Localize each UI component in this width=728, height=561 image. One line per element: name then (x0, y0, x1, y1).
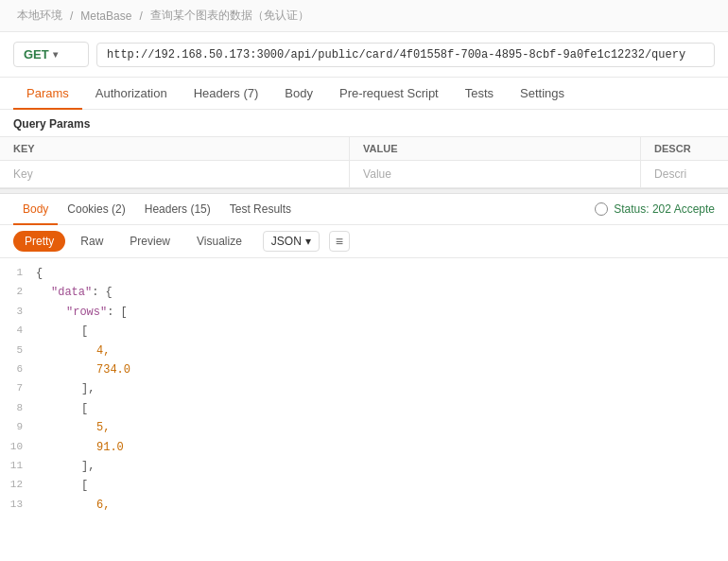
json-line-13: 13 6, (0, 496, 728, 515)
json-line-1: 1 { (0, 264, 728, 283)
col-header-key: KEY (0, 137, 350, 161)
json-line-8: 8 [ (0, 399, 728, 418)
json-format-label: JSON (271, 235, 302, 248)
format-pretty-button[interactable]: Pretty (13, 231, 65, 252)
table-row: Key Value Descri (0, 161, 728, 188)
json-line-5: 5 4, (0, 342, 728, 360)
json-line-4: 4 [ (0, 322, 728, 341)
wrap-icon-button[interactable]: ≡ (329, 231, 350, 252)
json-line-12: 12 [ (0, 476, 728, 495)
request-tabs: Params Authorization Headers (7) Body Pr… (0, 78, 728, 110)
tab-tests[interactable]: Tests (452, 78, 507, 110)
col-header-value: VALUE (350, 137, 641, 161)
json-line-9: 9 5, (0, 418, 728, 437)
tab-authorization[interactable]: Authorization (82, 78, 181, 110)
json-viewer: 1 { 2 "data": { 3 "rows": [ 4 [ 5 4, 6 7… (0, 258, 728, 520)
response-tab-body[interactable]: Body (13, 194, 58, 225)
tab-headers[interactable]: Headers (7) (181, 78, 272, 110)
breadcrumb-item-2: 查询某个图表的数据（免认证） (150, 8, 309, 24)
response-tab-test-results[interactable]: Test Results (220, 194, 301, 225)
json-line-3: 3 "rows": [ (0, 303, 728, 322)
json-line-2: 2 "data": { (0, 283, 728, 302)
param-desc-cell[interactable]: Descri (641, 161, 728, 188)
method-selector[interactable]: GET ▾ (13, 42, 89, 67)
status-badge: Status: 202 Accepte (614, 202, 715, 216)
method-chevron: ▾ (53, 49, 58, 60)
globe-icon (595, 202, 608, 216)
breadcrumb-item-1[interactable]: MetaBase (80, 9, 131, 23)
json-line-10: 10 91.0 (0, 438, 728, 457)
json-format-select[interactable]: JSON ▾ (263, 231, 320, 252)
json-format-chevron: ▾ (305, 235, 311, 248)
format-visualize-button[interactable]: Visualize (185, 231, 253, 252)
response-status: Status: 202 Accepte (595, 202, 715, 216)
tab-body[interactable]: Body (271, 78, 326, 110)
breadcrumb: 本地环境 / MetaBase / 查询某个图表的数据（免认证） (0, 0, 728, 32)
format-raw-button[interactable]: Raw (69, 231, 114, 252)
col-header-desc: DESCR (641, 137, 728, 161)
breadcrumb-item-0[interactable]: 本地环境 (17, 8, 62, 24)
json-line-6: 6 734.0 (0, 360, 728, 379)
breadcrumb-sep-1: / (139, 9, 142, 23)
response-tabs: Body Cookies (2) Headers (15) Test Resul… (0, 194, 728, 225)
tab-params[interactable]: Params (13, 78, 82, 110)
tab-pre-request[interactable]: Pre-request Script (326, 78, 452, 110)
tab-settings[interactable]: Settings (507, 78, 578, 110)
url-bar: GET ▾ (0, 32, 728, 78)
response-tab-cookies[interactable]: Cookies (2) (58, 194, 134, 225)
breadcrumb-sep-0: / (70, 9, 73, 23)
query-params-label: Query Params (0, 110, 728, 136)
json-line-7: 7 ], (0, 379, 728, 398)
format-preview-button[interactable]: Preview (118, 231, 182, 252)
param-value-cell[interactable]: Value (350, 161, 641, 188)
method-label: GET (24, 47, 49, 61)
response-tab-headers[interactable]: Headers (15) (135, 194, 220, 225)
params-table: KEY VALUE DESCR Key Value Descri (0, 136, 728, 188)
param-key-cell[interactable]: Key (0, 161, 350, 188)
json-line-11: 11 ], (0, 457, 728, 476)
url-input[interactable] (96, 43, 715, 67)
format-bar: Pretty Raw Preview Visualize JSON ▾ ≡ (0, 225, 728, 258)
